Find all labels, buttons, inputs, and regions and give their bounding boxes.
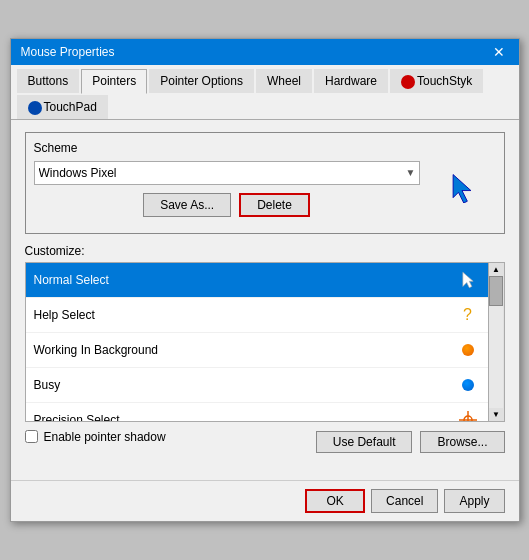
tab-touchpad[interactable]: TouchPad bbox=[17, 95, 108, 119]
list-item-working-background-label: Working In Background bbox=[34, 343, 456, 357]
customize-list: Normal Select Help Select ? W bbox=[25, 262, 505, 422]
enable-shadow-label: Enable pointer shadow bbox=[44, 430, 166, 444]
working-cursor-shape bbox=[462, 344, 474, 356]
ok-button[interactable]: OK bbox=[305, 489, 365, 513]
mouse-properties-window: Mouse Properties ✕ Buttons Pointers Poin… bbox=[10, 38, 520, 522]
normal-cursor-preview-svg bbox=[448, 171, 476, 203]
scheme-dropdown[interactable]: Windows Pixel bbox=[34, 161, 420, 185]
tab-pointer-options-label: Pointer Options bbox=[160, 74, 243, 88]
enable-shadow-row: Enable pointer shadow bbox=[25, 430, 166, 444]
list-item-working-background[interactable]: Working In Background bbox=[26, 333, 488, 368]
scheme-section: Scheme Windows Pixel ▼ Save As... Delete bbox=[25, 132, 505, 234]
scheme-cursor-preview bbox=[428, 161, 496, 218]
precision-select-cursor-icon bbox=[456, 408, 480, 421]
customize-label: Customize: bbox=[25, 244, 505, 258]
apply-button[interactable]: Apply bbox=[444, 489, 504, 513]
bottom-actions-row: Enable pointer shadow Use Default Browse… bbox=[25, 430, 505, 454]
tab-buttons-label: Buttons bbox=[28, 74, 69, 88]
busy-cursor-icon bbox=[456, 373, 480, 397]
tab-pointer-options[interactable]: Pointer Options bbox=[149, 69, 254, 93]
tab-touchstyk-label: TouchStyk bbox=[417, 74, 472, 88]
scheme-left: Windows Pixel ▼ Save As... Delete bbox=[34, 161, 420, 225]
list-item-busy-label: Busy bbox=[34, 378, 456, 392]
normal-cursor-icon-svg bbox=[460, 271, 476, 289]
list-scrollbar[interactable]: ▲ ▼ bbox=[488, 263, 504, 421]
list-item-normal-select[interactable]: Normal Select bbox=[26, 263, 488, 298]
help-cursor-symbol: ? bbox=[463, 306, 472, 324]
scheme-top: Windows Pixel ▼ Save As... Delete bbox=[34, 161, 496, 225]
busy-cursor-shape bbox=[462, 379, 474, 391]
precision-cursor-svg bbox=[459, 411, 477, 421]
list-items-area: Normal Select Help Select ? W bbox=[26, 263, 488, 421]
list-item-help-select-label: Help Select bbox=[34, 308, 456, 322]
tab-touchpad-label: TouchPad bbox=[44, 100, 97, 114]
tab-bar: Buttons Pointers Pointer Options Wheel H… bbox=[11, 65, 519, 120]
list-item-help-select[interactable]: Help Select ? bbox=[26, 298, 488, 333]
scrollbar-down-button[interactable]: ▼ bbox=[490, 408, 502, 421]
enable-shadow-checkbox[interactable] bbox=[25, 430, 38, 443]
working-background-cursor-icon bbox=[456, 338, 480, 362]
tab-pointers-label: Pointers bbox=[92, 74, 136, 88]
help-select-cursor-icon: ? bbox=[456, 303, 480, 327]
tab-pointers[interactable]: Pointers bbox=[81, 69, 147, 94]
window-title: Mouse Properties bbox=[21, 45, 115, 59]
list-item-precision-select[interactable]: Precision Select bbox=[26, 403, 488, 421]
save-as-button[interactable]: Save As... bbox=[143, 193, 231, 217]
scrollbar-up-button[interactable]: ▲ bbox=[490, 263, 502, 276]
scheme-dropdown-wrapper[interactable]: Windows Pixel ▼ bbox=[34, 161, 420, 185]
scrollbar-track bbox=[489, 276, 503, 408]
tab-hardware[interactable]: Hardware bbox=[314, 69, 388, 93]
tab-touchstyk[interactable]: TouchStyk bbox=[390, 69, 483, 93]
scrollbar-thumb[interactable] bbox=[489, 276, 503, 306]
title-bar: Mouse Properties ✕ bbox=[11, 39, 519, 65]
preview-cursor-icon bbox=[448, 171, 476, 208]
normal-select-cursor-icon bbox=[456, 268, 480, 292]
scheme-select-row: Windows Pixel ▼ bbox=[34, 161, 420, 185]
cancel-button[interactable]: Cancel bbox=[371, 489, 438, 513]
touchstyk-icon bbox=[401, 75, 415, 89]
svg-marker-1 bbox=[462, 272, 472, 287]
touchpad-icon bbox=[28, 101, 42, 115]
scheme-buttons-row: Save As... Delete bbox=[34, 193, 420, 217]
tab-wheel-label: Wheel bbox=[267, 74, 301, 88]
close-button[interactable]: ✕ bbox=[489, 45, 509, 59]
tab-content: Scheme Windows Pixel ▼ Save As... Delete bbox=[11, 120, 519, 480]
bottom-bar: OK Cancel Apply bbox=[11, 480, 519, 521]
list-item-normal-select-label: Normal Select bbox=[34, 273, 456, 287]
tab-hardware-label: Hardware bbox=[325, 74, 377, 88]
browse-button[interactable]: Browse... bbox=[420, 431, 504, 453]
list-item-busy[interactable]: Busy bbox=[26, 368, 488, 403]
tab-buttons[interactable]: Buttons bbox=[17, 69, 80, 93]
tab-wheel[interactable]: Wheel bbox=[256, 69, 312, 93]
use-default-button[interactable]: Use Default bbox=[316, 431, 413, 453]
scheme-label: Scheme bbox=[34, 141, 496, 155]
svg-marker-0 bbox=[453, 174, 471, 202]
pointer-action-buttons: Use Default Browse... bbox=[316, 431, 505, 453]
delete-button[interactable]: Delete bbox=[239, 193, 310, 217]
list-item-precision-select-label: Precision Select bbox=[34, 413, 456, 421]
